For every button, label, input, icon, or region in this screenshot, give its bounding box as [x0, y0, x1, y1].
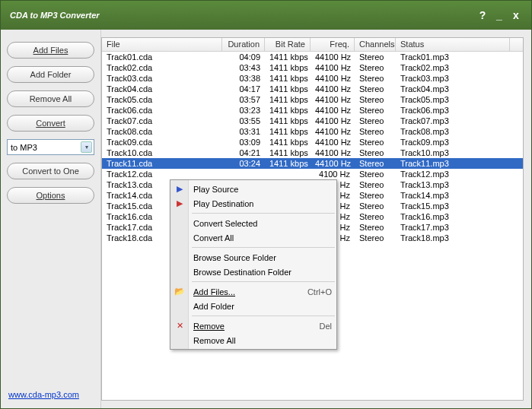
- cell-dur: 03:43: [222, 63, 265, 72]
- cell-file: Track09.cda: [102, 138, 222, 147]
- titlebar: CDA to MP3 Converter ? _ x: [1, 1, 531, 30]
- cell-st: Track14.mp3: [396, 191, 510, 200]
- cell-fr: 44100 Hz: [311, 138, 355, 147]
- menu-browse-source[interactable]: Browse Source Folder: [170, 250, 336, 265]
- add-files-button[interactable]: Add Files: [7, 42, 94, 59]
- cell-dur: 04:09: [222, 52, 265, 62]
- cell-file: Track06.cda: [102, 106, 222, 115]
- format-select[interactable]: to MP3 ▾: [7, 139, 94, 155]
- cell-fr: 44100 Hz: [311, 95, 355, 104]
- table-row[interactable]: Track06.cda03:231411 kbps44100 HzStereoT…: [102, 105, 523, 116]
- cell-ch: Stereo: [355, 148, 396, 157]
- close-button[interactable]: x: [510, 9, 522, 21]
- context-menu: ▶ Play Source ▶ Play Destination Convert…: [170, 179, 337, 350]
- menu-remove-all[interactable]: Remove All: [170, 333, 336, 347]
- col-freq[interactable]: Freq.: [311, 38, 355, 51]
- table-row[interactable]: Track02.cda03:431411 kbps44100 HzStereoT…: [102, 62, 523, 73]
- cell-st: Track15.mp3: [396, 201, 510, 211]
- table-row[interactable]: Track12.cda4100 HzStereoTrack12.mp3: [102, 169, 523, 179]
- cell-st: Track18.mp3: [396, 233, 510, 243]
- table-row[interactable]: Track05.cda03:571411 kbps44100 HzStereoT…: [102, 94, 523, 105]
- cell-st: Track17.mp3: [396, 223, 510, 232]
- cell-fr: 44100 Hz: [311, 106, 355, 115]
- menu-add-files[interactable]: 📂 Add Files... Ctrl+O: [170, 284, 336, 299]
- cell-ch: Stereo: [355, 127, 396, 136]
- cell-dur: 04:17: [222, 84, 265, 94]
- menu-play-destination[interactable]: ▶ Play Destination: [170, 196, 336, 211]
- format-select-value: to MP3: [11, 143, 81, 152]
- cell-ch: Stereo: [355, 180, 396, 189]
- cell-file: Track11.cda: [102, 159, 222, 168]
- cell-ch: Stereo: [355, 212, 396, 221]
- cell-st: Track09.mp3: [396, 138, 510, 147]
- cell-fr: 44100 Hz: [311, 63, 355, 72]
- app-window: CDA to MP3 Converter ? _ x Add Files Add…: [0, 0, 532, 409]
- table-row[interactable]: Track01.cda04:091411 kbps44100 HzStereoT…: [102, 52, 523, 62]
- cell-fr: 44100 Hz: [311, 52, 355, 62]
- cell-file: Track10.cda: [102, 148, 222, 157]
- col-duration[interactable]: Duration: [222, 38, 265, 51]
- table-row[interactable]: Track11.cda03:241411 kbps44100 HzStereoT…: [102, 158, 523, 169]
- col-bitrate[interactable]: Bit Rate: [265, 38, 311, 51]
- cell-dur: 03:31: [222, 127, 265, 136]
- menu-play-source[interactable]: ▶ Play Source: [170, 182, 336, 196]
- add-folder-button[interactable]: Add Folder: [7, 66, 94, 83]
- cell-st: Track11.mp3: [396, 159, 510, 168]
- cell-fr: 44100 Hz: [311, 74, 355, 83]
- cell-br: 1411 kbps: [265, 74, 311, 83]
- col-status[interactable]: Status: [396, 38, 510, 51]
- cell-ch: Stereo: [355, 191, 396, 200]
- remove-all-button[interactable]: Remove All: [7, 90, 94, 107]
- cell-dur: 03:09: [222, 138, 265, 147]
- cell-br: 1411 kbps: [265, 159, 311, 168]
- cell-ch: Stereo: [355, 170, 396, 179]
- cell-file: Track02.cda: [102, 63, 222, 72]
- cell-ch: Stereo: [355, 201, 396, 211]
- table-row[interactable]: Track04.cda04:171411 kbps44100 HzStereoT…: [102, 84, 523, 94]
- cell-fr: 44100 Hz: [311, 116, 355, 125]
- menu-browse-destination[interactable]: Browse Destination Folder: [170, 265, 336, 279]
- cell-file: Track08.cda: [102, 127, 222, 136]
- cell-ch: Stereo: [355, 116, 396, 125]
- cell-ch: Stereo: [355, 52, 396, 62]
- cell-br: 1411 kbps: [265, 138, 311, 147]
- convert-button[interactable]: Convert: [7, 115, 94, 132]
- cell-br: 1411 kbps: [265, 106, 311, 115]
- menu-convert-all[interactable]: Convert All: [170, 230, 336, 245]
- col-file[interactable]: File: [102, 38, 222, 51]
- cell-fr: 4100 Hz: [311, 170, 355, 179]
- cell-st: Track03.mp3: [396, 74, 510, 83]
- menu-add-folder[interactable]: Add Folder: [170, 299, 336, 313]
- cell-dur: 03:38: [222, 74, 265, 83]
- cell-ch: Stereo: [355, 74, 396, 83]
- cell-fr: 44100 Hz: [311, 159, 355, 168]
- cell-ch: Stereo: [355, 95, 396, 104]
- table-row[interactable]: Track07.cda03:551411 kbps44100 HzStereoT…: [102, 116, 523, 126]
- cell-ch: Stereo: [355, 84, 396, 94]
- cell-st: Track10.mp3: [396, 148, 510, 157]
- cell-br: 1411 kbps: [265, 84, 311, 94]
- minimize-button[interactable]: _: [493, 9, 505, 21]
- help-button[interactable]: ?: [476, 9, 489, 21]
- website-link[interactable]: www.cda-mp3.com: [7, 387, 94, 402]
- cell-file: Track01.cda: [102, 52, 222, 62]
- convert-to-one-button[interactable]: Convert to One: [7, 163, 94, 179]
- col-channels[interactable]: Channels: [355, 38, 396, 51]
- table-row[interactable]: Track09.cda03:091411 kbps44100 HzStereoT…: [102, 137, 523, 147]
- menu-remove[interactable]: ✕ Remove Del: [170, 319, 336, 333]
- options-button[interactable]: Options: [7, 187, 94, 204]
- table-row[interactable]: Track10.cda04:211411 kbps44100 HzStereoT…: [102, 147, 523, 158]
- cell-ch: Stereo: [355, 138, 396, 147]
- cell-fr: 44100 Hz: [311, 84, 355, 94]
- cell-st: Track01.mp3: [396, 52, 510, 62]
- play-icon: ▶: [174, 184, 186, 194]
- cell-file: Track05.cda: [102, 95, 222, 104]
- cell-ch: Stereo: [355, 233, 396, 243]
- cell-file: Track03.cda: [102, 74, 222, 83]
- cell-fr: 44100 Hz: [311, 127, 355, 136]
- table-row[interactable]: Track08.cda03:311411 kbps44100 HzStereoT…: [102, 126, 523, 137]
- table-row[interactable]: Track03.cda03:381411 kbps44100 HzStereoT…: [102, 73, 523, 84]
- menu-convert-selected[interactable]: Convert Selected: [170, 216, 336, 230]
- cell-st: Track02.mp3: [396, 63, 510, 72]
- cell-dur: 03:23: [222, 106, 265, 115]
